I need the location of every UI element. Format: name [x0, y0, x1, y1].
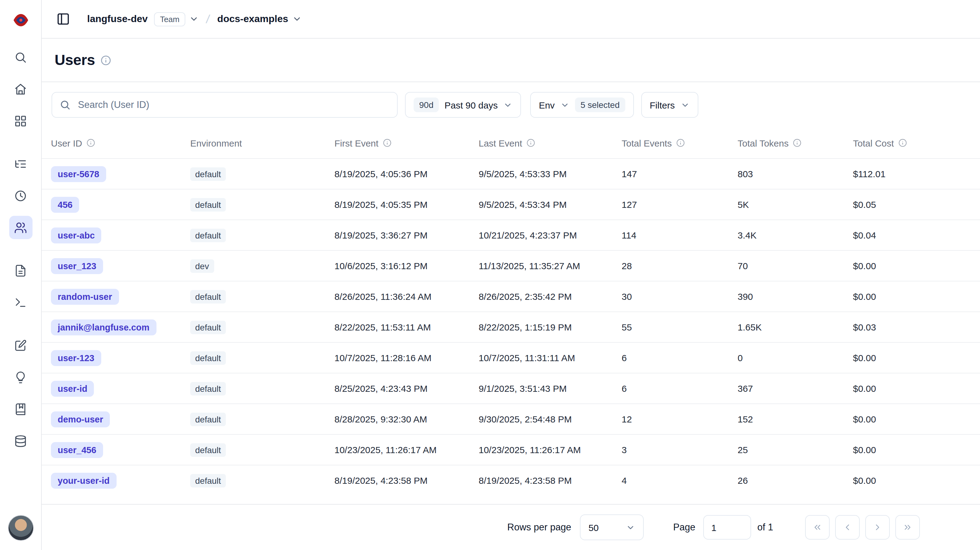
sidebar-item-dashboards[interactable] — [9, 109, 32, 132]
user-id-cell: user_123 — [51, 258, 190, 274]
user-id-badge[interactable]: user_456 — [51, 442, 103, 458]
column-header[interactable]: Environment — [190, 138, 334, 148]
info-icon[interactable] — [793, 139, 802, 147]
info-icon[interactable] — [86, 139, 95, 147]
environment-badge: default — [190, 320, 226, 334]
table-row[interactable]: your-user-iddefault8/19/2025, 4:23:58 PM… — [42, 465, 980, 495]
user-id-badge[interactable]: demo-user — [51, 411, 110, 427]
column-header[interactable]: Total Cost — [853, 138, 980, 148]
date-range-label: Past 90 days — [445, 100, 498, 110]
sidebar-item-insights[interactable] — [9, 365, 32, 389]
total-cost-cell: $0.00 — [853, 475, 980, 486]
chevron-down-icon — [560, 100, 570, 109]
user-id-badge[interactable]: your-user-id — [51, 472, 116, 488]
environment-cell: default — [190, 474, 334, 487]
sidebar-item-users[interactable] — [9, 216, 32, 239]
main-area: langfuse-dev Team / docs-examples Users — [42, 0, 980, 550]
last-event-cell: 8/26/2025, 2:35:42 PM — [479, 291, 622, 302]
sidebar-toggle-button[interactable] — [54, 10, 72, 28]
last-page-button[interactable] — [895, 515, 920, 540]
user-id-badge[interactable]: 456 — [51, 197, 79, 212]
user-id-badge[interactable]: user-5678 — [51, 166, 106, 182]
date-range-badge: 90d — [414, 97, 439, 112]
prev-page-button[interactable] — [835, 515, 860, 540]
next-page-button[interactable] — [865, 515, 890, 540]
table-row[interactable]: jannik@langfuse.comdefault8/22/2025, 11:… — [42, 311, 980, 342]
total-events-cell: 3 — [622, 445, 738, 455]
user-id-badge[interactable]: user-id — [51, 380, 94, 396]
environment-cell: default — [190, 443, 334, 456]
sidebar-item-datasets[interactable] — [9, 429, 32, 453]
terminal-icon — [14, 296, 27, 309]
filters-button[interactable]: Filters — [641, 92, 698, 118]
environment-cell: default — [190, 351, 334, 365]
user-id-badge[interactable]: user-abc — [51, 227, 102, 243]
table-row[interactable]: user_456default10/23/2025, 11:26:17 AM10… — [42, 434, 980, 465]
last-event-cell: 8/22/2025, 1:15:19 PM — [479, 322, 622, 332]
total-tokens-cell: 0 — [738, 353, 853, 363]
total-cost-cell: $112.01 — [853, 169, 980, 179]
total-cost-cell: $0.00 — [853, 414, 980, 424]
environment-cell: default — [190, 228, 334, 242]
project-name[interactable]: docs-examples — [217, 13, 288, 25]
chevrons-right-icon — [903, 522, 913, 532]
total-cost-cell: $0.03 — [853, 322, 980, 332]
column-header[interactable]: Last Event — [479, 138, 622, 148]
info-icon[interactable] — [676, 139, 684, 147]
info-icon[interactable] — [100, 55, 111, 65]
table-row[interactable]: user_123dev10/6/2025, 3:16:12 PM11/13/20… — [42, 250, 980, 281]
environment-badge: default — [190, 443, 226, 456]
date-range-picker[interactable]: 90d Past 90 days — [405, 92, 521, 118]
first-event-cell: 8/19/2025, 4:05:36 PM — [334, 169, 479, 179]
project-switcher-chevron[interactable] — [292, 14, 302, 24]
sidebar-item-playground[interactable] — [9, 291, 32, 314]
user-id-badge[interactable]: user_123 — [51, 258, 103, 274]
langfuse-logo-icon[interactable] — [10, 8, 32, 30]
sidebar-item-tracing[interactable] — [9, 152, 32, 175]
info-icon[interactable] — [383, 139, 391, 147]
org-type-badge: Team — [154, 12, 186, 26]
column-header[interactable]: User ID — [51, 138, 190, 148]
first-page-button[interactable] — [805, 515, 830, 540]
user-id-badge[interactable]: random-user — [51, 288, 119, 304]
first-event-cell: 8/28/2025, 9:32:30 AM — [334, 414, 479, 424]
user-id-badge[interactable]: jannik@langfuse.com — [51, 319, 156, 335]
org-name[interactable]: langfuse-dev — [87, 13, 148, 25]
user-id-badge[interactable]: user-123 — [51, 350, 101, 366]
table-row[interactable]: user-123default10/7/2025, 11:28:16 AM10/… — [42, 342, 980, 373]
search-input[interactable] — [51, 92, 398, 118]
user-id-cell: 456 — [51, 197, 190, 212]
total-tokens-cell: 390 — [738, 291, 853, 302]
sidebar-item-home[interactable] — [9, 77, 32, 101]
total-cost-cell: $0.00 — [853, 291, 980, 302]
chevron-left-icon — [843, 522, 852, 532]
sidebar-item-evaluation[interactable] — [9, 334, 32, 357]
grid-icon — [14, 114, 27, 127]
info-icon[interactable] — [527, 139, 535, 147]
table-row[interactable]: 456default8/19/2025, 4:05:35 PM9/5/2025,… — [42, 189, 980, 220]
table-row[interactable]: random-userdefault8/26/2025, 11:36:24 AM… — [42, 281, 980, 311]
environment-cell: dev — [190, 259, 334, 273]
user-avatar[interactable] — [8, 515, 33, 541]
sidebar-item-sessions[interactable] — [9, 184, 32, 207]
sidebar-item-annotation[interactable] — [9, 397, 32, 421]
org-switcher-chevron[interactable] — [189, 14, 199, 24]
table-row[interactable]: user-5678default8/19/2025, 4:05:36 PM9/5… — [42, 158, 980, 189]
total-events-cell: 127 — [622, 199, 738, 210]
info-icon[interactable] — [898, 139, 907, 147]
sidebar-item-prompts[interactable] — [9, 259, 32, 282]
column-header[interactable]: Total Events — [622, 138, 738, 148]
environment-cell: default — [190, 412, 334, 426]
table-row[interactable]: demo-userdefault8/28/2025, 9:32:30 AM9/3… — [42, 403, 980, 434]
table-row[interactable]: user-abcdefault8/19/2025, 3:36:27 PM10/2… — [42, 220, 980, 250]
page-number-input[interactable] — [703, 515, 751, 540]
rows-per-page-select[interactable]: 50 — [580, 514, 644, 540]
first-event-cell: 8/25/2025, 4:23:43 PM — [334, 383, 479, 394]
table-row[interactable]: user-iddefault8/25/2025, 4:23:43 PM9/1/2… — [42, 373, 980, 403]
environment-filter[interactable]: Env 5 selected — [530, 92, 633, 118]
sidebar-item-search[interactable] — [9, 45, 32, 69]
column-header[interactable]: Total Tokens — [738, 138, 853, 148]
chevron-down-icon — [626, 523, 635, 532]
environment-badge: default — [190, 167, 226, 181]
column-header[interactable]: First Event — [334, 138, 479, 148]
